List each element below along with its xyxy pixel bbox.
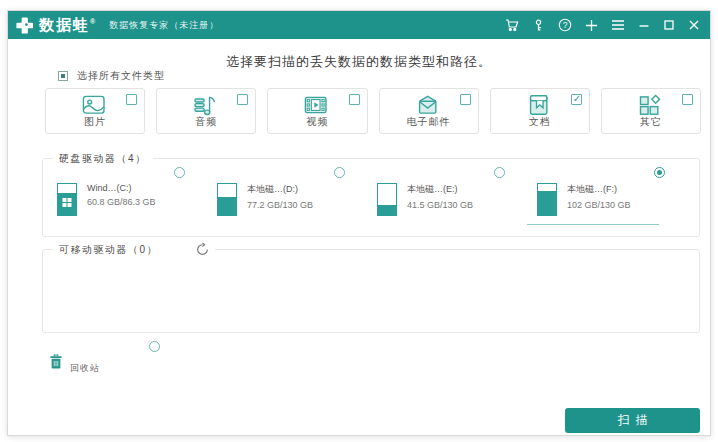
app-window: 数据蛙® 数据恢复专家（未注册） ? — [7, 10, 711, 436]
plus-icon[interactable] — [585, 19, 598, 32]
close-icon[interactable] — [688, 19, 700, 31]
drive-capacity: 102 GB/130 GB — [567, 200, 695, 210]
drive-info: 本地磁…(F:) 102 GB/130 GB — [567, 173, 695, 210]
file-type-card-images[interactable]: 图片 — [45, 88, 145, 134]
file-type-label: 电子邮件 — [380, 115, 478, 129]
removable-drives-label: 可移动驱动器（0） — [59, 243, 158, 256]
file-type-label: 图片 — [46, 115, 144, 129]
drive-d-radio[interactable] — [334, 167, 345, 178]
drive-capacity: 77.2 GB/130 GB — [247, 200, 375, 210]
drive-item-e[interactable]: 本地磁…(E:) 41.5 GB/130 GB — [375, 173, 535, 227]
file-type-card-video[interactable]: 视频 — [267, 88, 367, 134]
key-icon[interactable] — [532, 19, 545, 32]
drive-name: Wind…(C:) — [87, 183, 215, 193]
minimize-icon[interactable] — [638, 19, 650, 31]
svg-text:?: ? — [563, 20, 568, 30]
drive-capacity-icon — [57, 183, 77, 216]
file-type-card-other[interactable]: 其它 — [601, 88, 701, 134]
hard-drives-legend: 硬盘驱动器（4） — [53, 152, 153, 165]
file-type-label: 其它 — [602, 115, 700, 129]
drive-info: Wind…(C:) 60.8 GB/86.3 GB — [87, 173, 215, 207]
drive-capacity: 41.5 GB/130 GB — [407, 200, 535, 210]
removable-drives-section: 可移动驱动器（0） — [42, 249, 700, 333]
file-type-label: 文档 — [491, 115, 589, 129]
drive-item-f[interactable]: 本地磁…(F:) 102 GB/130 GB — [535, 173, 695, 227]
drive-f-radio[interactable] — [654, 167, 665, 178]
drive-name: 本地磁…(F:) — [567, 183, 695, 196]
indeterminate-checkbox-icon — [58, 71, 68, 81]
drive-capacity-icon — [377, 183, 397, 216]
file-type-card-email[interactable]: 电子邮件 — [379, 88, 479, 134]
drive-name: 本地磁…(D:) — [247, 183, 375, 196]
titlebar: 数据蛙® 数据恢复专家（未注册） ? — [8, 11, 710, 39]
cart-icon[interactable] — [505, 18, 519, 32]
screen: 数据蛙® 数据恢复专家（未注册） ? — [0, 0, 718, 442]
file-type-card-audio[interactable]: 音频 — [156, 88, 256, 134]
hard-drives-section: 硬盘驱动器（4） Wind…(C:) 60.8 GB/86.3 GB — [42, 158, 700, 237]
images-checkbox[interactable] — [126, 94, 137, 105]
select-all-checkbox[interactable]: 选择所有文件类型 — [58, 69, 165, 83]
file-type-label: 音频 — [157, 115, 255, 129]
app-logo-text: 数据蛙® — [39, 16, 97, 35]
recycle-bin-radio[interactable] — [149, 341, 160, 352]
audio-checkbox[interactable] — [237, 94, 248, 105]
file-type-label: 视频 — [268, 115, 366, 129]
drive-e-radio[interactable] — [494, 167, 505, 178]
drive-name: 本地磁…(E:) — [407, 183, 535, 196]
drive-item-d[interactable]: 本地磁…(D:) 77.2 GB/130 GB — [215, 173, 375, 227]
drive-info: 本地磁…(E:) 41.5 GB/130 GB — [407, 173, 535, 210]
menu-icon[interactable] — [611, 19, 625, 31]
app-subtitle: 数据恢复专家（未注册） — [109, 19, 219, 32]
maximize-icon[interactable] — [663, 19, 675, 31]
drive-info: 本地磁…(D:) 77.2 GB/130 GB — [247, 173, 375, 210]
trademark-mark: ® — [90, 18, 97, 25]
select-all-label: 选择所有文件类型 — [77, 69, 165, 83]
hard-drives-list: Wind…(C:) 60.8 GB/86.3 GB 本地磁…(D:) 77.2 … — [43, 159, 699, 227]
recycle-bin-label: 回收站 — [70, 362, 100, 375]
video-checkbox[interactable] — [349, 94, 360, 105]
scan-button[interactable]: 扫描 — [565, 408, 700, 433]
refresh-icon[interactable] — [196, 243, 209, 256]
drive-capacity-icon — [537, 183, 557, 216]
titlebar-actions: ? — [505, 18, 700, 32]
recycle-bin-item[interactable]: 回收站 — [42, 341, 177, 385]
file-type-card-documents[interactable]: 文档 — [490, 88, 590, 134]
help-icon[interactable]: ? — [558, 18, 572, 32]
documents-checkbox[interactable] — [571, 94, 582, 105]
drive-capacity-icon — [217, 183, 237, 216]
other-checkbox[interactable] — [682, 94, 693, 105]
removable-drives-legend: 可移动驱动器（0） — [53, 243, 215, 256]
drive-capacity: 60.8 GB/86.3 GB — [87, 197, 215, 207]
app-logo-icon — [15, 16, 34, 35]
email-checkbox[interactable] — [460, 94, 471, 105]
trash-icon — [49, 353, 63, 370]
drive-c-radio[interactable] — [174, 167, 185, 178]
windows-logo-icon — [63, 198, 72, 207]
drive-item-c[interactable]: Wind…(C:) 60.8 GB/86.3 GB — [55, 173, 215, 227]
file-type-cards: 图片 音频 视频 电子邮件 — [45, 88, 701, 134]
